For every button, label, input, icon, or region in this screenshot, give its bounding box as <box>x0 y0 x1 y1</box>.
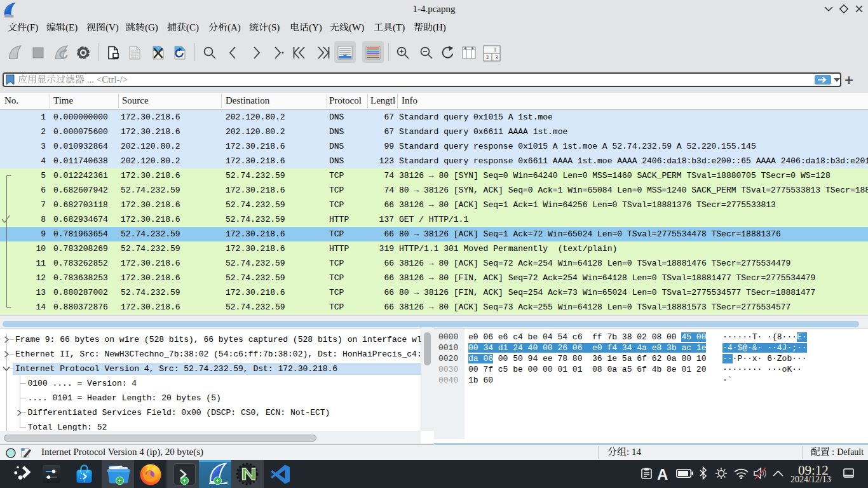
svg-text:1: 1 <box>494 47 496 53</box>
svg-text:2: 2 <box>486 55 489 60</box>
svg-text:3: 3 <box>496 55 498 60</box>
svg-text:0111: 0111 <box>131 57 139 60</box>
